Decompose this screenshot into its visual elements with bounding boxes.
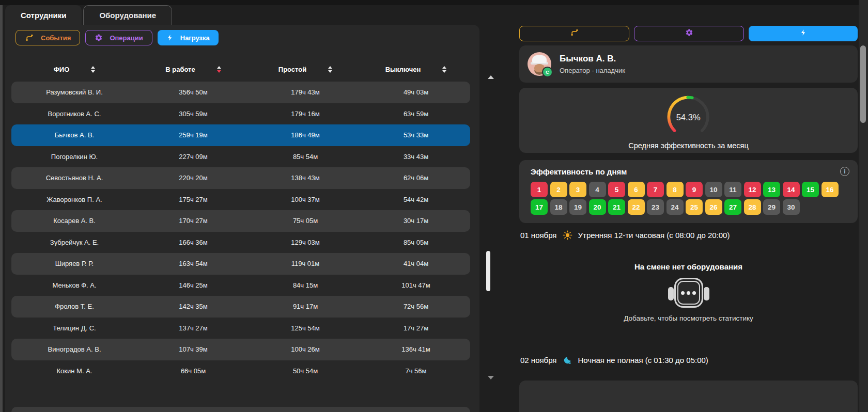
day-cell[interactable]: 14 (783, 182, 800, 197)
load-button[interactable]: Нагрузка (158, 30, 219, 45)
day-cell[interactable]: 24 (667, 199, 684, 215)
detail-operations-button[interactable] (634, 26, 744, 41)
day-cell[interactable]: 1 (531, 182, 548, 197)
column-header-1[interactable]: ФИО (11, 66, 137, 73)
table-row[interactable]: Фролов Т. Е.142ч 35м91ч 17м72ч 56м (11, 296, 470, 318)
sort-icon[interactable] (442, 66, 446, 73)
table-cell: 175ч 27м (137, 196, 249, 203)
day-cell[interactable]: 3 (569, 182, 586, 197)
day-cell[interactable]: 20 (589, 199, 606, 215)
app-background: Сотрудники Оборудование События Операции (0, 0, 868, 412)
table-row[interactable]: Жаворонков П. А.175ч 27м100ч 37м54ч 42м (11, 189, 470, 211)
table-cell: 84ч 15м (249, 281, 362, 289)
table-cell: 356ч 50м (137, 88, 249, 96)
efficiency-by-days-card: Эффективность по дням i 1234567891011121… (519, 160, 858, 223)
table-cell: 100ч 26м (249, 345, 362, 353)
day-cell[interactable]: 27 (724, 199, 741, 215)
column-header-4[interactable]: Выключен (362, 66, 470, 73)
day-cell[interactable]: 22 (628, 199, 645, 215)
day-cell[interactable]: 9 (686, 182, 703, 197)
table-cell: Севостьянов Н. А. (11, 174, 137, 182)
column-header-3[interactable]: Простой (249, 66, 362, 73)
sort-icon[interactable] (328, 66, 332, 73)
tab-equipment[interactable]: Оборудование (83, 5, 172, 25)
days-grid: 1234567891011121314151617181920212223242… (531, 182, 846, 215)
table-cell: 66ч 05м (137, 367, 249, 375)
table-scrollbar-thumb[interactable] (486, 251, 490, 291)
table-row[interactable]: Воротников А. С.305ч 59м179ч 16м63ч 59м (11, 103, 470, 125)
tab-employees[interactable]: Сотрудники (5, 5, 82, 25)
sort-icon[interactable] (91, 66, 95, 73)
table-row-partial (11, 407, 470, 412)
day-cell[interactable]: 2 (550, 182, 567, 197)
day-cell[interactable]: 30 (783, 199, 800, 215)
day-cell[interactable]: 11 (724, 182, 741, 197)
sort-icon[interactable] (217, 66, 221, 73)
table-cell: 227ч 09м (137, 153, 249, 161)
operations-button[interactable]: Операции (85, 30, 152, 45)
table-cell: 53ч 33м (362, 131, 470, 139)
table-cell: Бычков А. В. (11, 131, 137, 139)
day-cell[interactable]: 4 (589, 182, 606, 197)
detail-events-button[interactable] (519, 26, 629, 41)
table-scroll-down-icon[interactable] (488, 376, 494, 379)
employee-detail-panel: С Бычков А. В. Оператор - наладчик (519, 0, 858, 412)
day-cell[interactable]: 15 (802, 182, 819, 197)
day-cell[interactable]: 13 (763, 182, 780, 197)
day-cell[interactable]: 17 (531, 199, 548, 215)
table-row[interactable]: Погорелкин Ю.227ч 09м85ч 54м33ч 43м (11, 146, 470, 168)
day-cell[interactable]: 6 (628, 182, 645, 197)
table-cell: Фролов Т. Е. (11, 303, 137, 310)
next-shift-card-partial (519, 381, 858, 412)
table-cell: 220ч 20м (137, 174, 249, 182)
table-row[interactable]: Кокин М. А.66ч 05м50ч 54м7ч 56м (11, 360, 470, 382)
day-cell[interactable]: 18 (550, 199, 567, 215)
day-cell[interactable]: 21 (608, 199, 625, 215)
table-cell: 142ч 35м (137, 303, 249, 310)
gauge-chart: 54.3% (659, 91, 718, 140)
table-cell: Меньков Ф. А. (11, 281, 137, 289)
column-header-2[interactable]: В работе (137, 66, 249, 73)
events-button[interactable]: События (16, 30, 80, 45)
day-cell[interactable]: 25 (686, 199, 703, 215)
page-scrollbar-thumb[interactable] (860, 45, 866, 123)
day-cell[interactable]: 16 (822, 182, 839, 197)
robot-icon (667, 277, 711, 309)
table-cell: Виноградов А. В. (11, 345, 137, 353)
left-edge-sliver (0, 5, 3, 412)
table-row[interactable]: Разумовский В. И.356ч 50м179ч 43м49ч 03м (11, 82, 470, 103)
day-cell[interactable]: 10 (705, 182, 722, 197)
table-cell: 62ч 06м (362, 174, 470, 182)
table-cell: 7ч 56м (362, 367, 470, 375)
day-cell[interactable]: 26 (705, 199, 722, 215)
table-cell: Ширяев Р. Р. (11, 260, 137, 267)
table-row[interactable]: Ширяев Р. Р.163ч 54м119ч 01м41ч 04м (11, 253, 470, 275)
table-row[interactable]: Виноградов А. В.107ч 39м100ч 26м136ч 41м (11, 339, 470, 360)
table-body: Разумовский В. И.356ч 50м179ч 43м49ч 03м… (11, 82, 470, 382)
day-cell[interactable]: 12 (744, 182, 761, 197)
info-icon[interactable]: i (840, 167, 849, 176)
table-row[interactable]: Севостьянов Н. А.220ч 20м138ч 43м62ч 06м (11, 167, 470, 189)
day-cell[interactable]: 29 (763, 199, 780, 215)
day-cell[interactable]: 28 (744, 199, 761, 215)
employee-header-card: С Бычков А. В. Оператор - наладчик (519, 45, 858, 83)
table-cell: 129ч 03м (249, 239, 362, 246)
day-cell[interactable]: 19 (569, 199, 586, 215)
table-row[interactable]: Меньков Ф. А.146ч 25м84ч 15м101ч 47м (11, 275, 470, 296)
day-cell[interactable]: 8 (667, 182, 684, 197)
shift-row-2: 02 ноября Ночная не полная (с 01:30 до 0… (520, 355, 708, 365)
table-cell: 75ч 05м (249, 217, 362, 225)
shift-label: Ночная не полная (с 01:30 до 05:00) (578, 356, 708, 365)
gauge-value: 54.3% (676, 113, 701, 122)
table-row[interactable]: Телицин Д. С.137ч 27м125ч 54м17ч 27м (11, 318, 470, 339)
detail-load-button[interactable] (749, 26, 858, 41)
table-scroll-up-icon[interactable] (488, 75, 494, 79)
table-row[interactable]: Зубрейчук А. Е.166ч 36м129ч 03м85ч 05м (11, 232, 470, 253)
table-cell: 100ч 37м (249, 196, 362, 203)
tab-bar: Сотрудники Оборудование (5, 5, 172, 25)
table-row[interactable]: Косарев А. В.170ч 27м75ч 05м30ч 17м (11, 210, 470, 232)
table-row[interactable]: Бычков А. В.259ч 19м186ч 49м53ч 33м (11, 124, 470, 146)
day-cell[interactable]: 7 (647, 182, 664, 197)
day-cell[interactable]: 23 (647, 199, 664, 215)
day-cell[interactable]: 5 (608, 182, 625, 197)
